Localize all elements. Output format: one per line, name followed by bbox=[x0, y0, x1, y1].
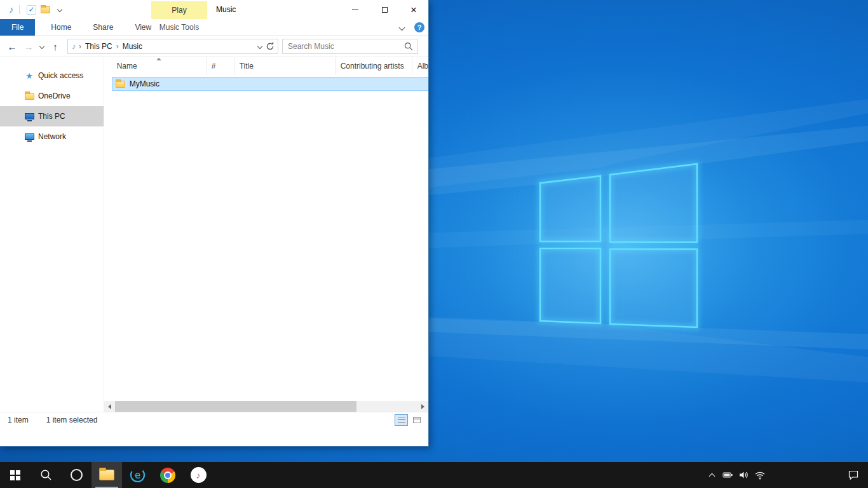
column-header-number[interactable]: # bbox=[207, 57, 234, 75]
taskbar: e ♪ bbox=[0, 462, 868, 488]
up-button[interactable]: ↑ bbox=[47, 41, 64, 52]
tab-play[interactable]: Play bbox=[151, 1, 207, 19]
file-explorer-window: ♪ ✓ Play Music × File Home Share bbox=[0, 0, 429, 447]
tab-file[interactable]: File bbox=[0, 19, 35, 36]
qat-properties-button[interactable]: ✓ bbox=[25, 2, 39, 17]
tab-share[interactable]: Share bbox=[82, 19, 124, 36]
sidebar-item-this-pc[interactable]: This PC bbox=[0, 106, 104, 126]
scrollbar-thumb[interactable] bbox=[115, 401, 356, 412]
window-controls: × bbox=[341, 0, 428, 19]
speaker-icon bbox=[738, 470, 749, 480]
large-icons-view-icon bbox=[413, 417, 421, 423]
refresh-icon[interactable] bbox=[266, 42, 275, 51]
taskbar-chrome-button[interactable] bbox=[153, 462, 183, 488]
internet-explorer-icon: e bbox=[129, 466, 146, 484]
taskbar-search-button[interactable] bbox=[31, 462, 61, 488]
triangle-left-icon bbox=[105, 404, 111, 409]
action-center-icon bbox=[848, 470, 859, 480]
taskbar-music-app-button[interactable]: ♪ bbox=[183, 462, 214, 488]
breadcrumb-this-pc[interactable]: This PC bbox=[81, 42, 116, 51]
address-bar[interactable]: ♪ › This PC › Music bbox=[67, 39, 278, 54]
horizontal-scrollbar[interactable] bbox=[104, 401, 428, 412]
sidebar-item-quick-access[interactable]: ★ Quick access bbox=[0, 65, 104, 86]
chrome-icon bbox=[160, 468, 175, 483]
file-name: MyMusic bbox=[130, 79, 159, 88]
details-view-button[interactable] bbox=[395, 414, 408, 426]
show-hidden-icons-button[interactable] bbox=[704, 472, 720, 478]
check-icon: ✓ bbox=[27, 5, 36, 15]
start-button[interactable] bbox=[0, 462, 31, 488]
chevron-up-icon bbox=[709, 473, 715, 479]
svg-text:e: e bbox=[134, 470, 140, 481]
item-count: 1 item bbox=[8, 416, 29, 424]
windows-logo-icon bbox=[10, 470, 20, 480]
help-button[interactable]: ? bbox=[414, 22, 424, 32]
column-header-name[interactable]: Name bbox=[104, 57, 207, 75]
volume-tray-icon[interactable] bbox=[736, 470, 752, 480]
file-list-area: Name # Title Contributing artists Alb My… bbox=[104, 57, 428, 412]
network-tray-icon[interactable] bbox=[752, 470, 768, 480]
search-icon[interactable] bbox=[404, 42, 413, 51]
tab-group-music-tools[interactable]: Music Tools bbox=[151, 19, 207, 36]
cortana-circle-icon bbox=[71, 469, 83, 481]
tab-home[interactable]: Home bbox=[40, 19, 82, 36]
search-input[interactable] bbox=[283, 42, 404, 51]
computer-icon bbox=[23, 113, 36, 119]
scroll-left-button[interactable] bbox=[104, 401, 115, 412]
music-note-icon: ♪ bbox=[9, 0, 14, 19]
chevron-down-icon bbox=[57, 7, 62, 12]
address-bar-controls bbox=[258, 42, 278, 51]
close-button[interactable]: × bbox=[399, 0, 428, 19]
forward-button[interactable]: → bbox=[20, 41, 37, 52]
titlebar-divider bbox=[19, 5, 20, 14]
large-icons-view-button[interactable] bbox=[410, 414, 423, 426]
music-app-icon: ♪ bbox=[191, 467, 207, 483]
cortana-button[interactable] bbox=[61, 462, 92, 488]
battery-icon bbox=[722, 470, 733, 480]
scroll-right-button[interactable] bbox=[417, 401, 428, 412]
sidebar-item-label: Network bbox=[38, 132, 66, 141]
column-header-contributing-artists[interactable]: Contributing artists bbox=[336, 57, 412, 75]
sort-ascending-icon bbox=[156, 58, 161, 60]
file-explorer-icon bbox=[99, 470, 114, 480]
sidebar-item-network[interactable]: Network bbox=[0, 126, 104, 147]
action-center-button[interactable] bbox=[839, 470, 868, 480]
column-header-title[interactable]: Title bbox=[234, 57, 336, 75]
ribbon-right-controls: ? bbox=[395, 19, 424, 36]
system-tray bbox=[704, 462, 868, 488]
maximize-icon bbox=[382, 7, 388, 13]
music-note-icon: ♪ bbox=[72, 42, 76, 51]
back-button[interactable]: ← bbox=[4, 41, 20, 52]
sidebar-item-label: This PC bbox=[38, 112, 65, 121]
search-box[interactable] bbox=[282, 39, 418, 54]
address-dropdown-chevron-icon[interactable] bbox=[257, 44, 262, 49]
windows-logo-pane-bottom-left bbox=[540, 248, 600, 323]
explorer-main: ★ Quick access OneDrive This PC Network … bbox=[0, 57, 428, 412]
search-icon bbox=[40, 469, 52, 481]
details-view-icon bbox=[398, 417, 405, 423]
sidebar-item-onedrive[interactable]: OneDrive bbox=[0, 86, 104, 106]
breadcrumb-music[interactable]: Music bbox=[119, 42, 146, 51]
folder-icon bbox=[116, 81, 125, 88]
windows-logo-pane-bottom-right bbox=[610, 249, 697, 327]
window-title: Music bbox=[216, 0, 236, 19]
column-header-album[interactable]: Alb bbox=[412, 57, 428, 75]
column-headers: Name # Title Contributing artists Alb bbox=[104, 57, 428, 75]
star-icon: ★ bbox=[23, 71, 36, 81]
sidebar-item-label: Quick access bbox=[38, 71, 83, 80]
expand-ribbon-button[interactable] bbox=[395, 25, 408, 30]
recent-locations-button[interactable] bbox=[37, 44, 47, 48]
minimize-button[interactable] bbox=[341, 0, 370, 19]
status-bar: 1 item 1 item selected bbox=[0, 412, 428, 427]
battery-tray-icon[interactable] bbox=[720, 470, 736, 480]
qat-customize-button[interactable] bbox=[53, 2, 67, 17]
taskbar-file-explorer-button[interactable] bbox=[92, 462, 122, 488]
file-row-mymusic[interactable]: MyMusic bbox=[112, 77, 428, 91]
titlebar[interactable]: ♪ ✓ Play Music × bbox=[0, 0, 428, 19]
network-icon bbox=[23, 133, 36, 140]
maximize-button[interactable] bbox=[370, 0, 399, 19]
taskbar-internet-explorer-button[interactable]: e bbox=[122, 462, 153, 488]
qat-new-folder-button[interactable] bbox=[39, 2, 53, 17]
onedrive-folder-icon bbox=[23, 93, 36, 100]
triangle-right-icon bbox=[421, 404, 427, 409]
